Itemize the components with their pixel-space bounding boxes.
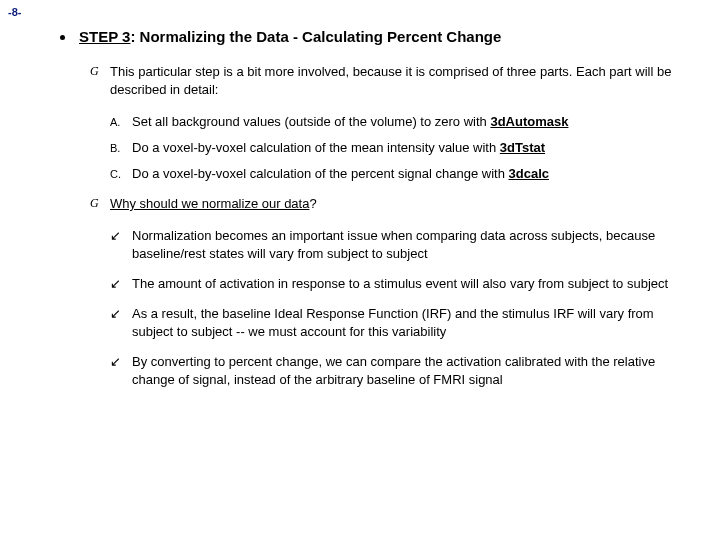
arrow-icon: ↙ [110, 275, 132, 293]
abc-body-c: Do a voxel-by-voxel calculation of the p… [132, 165, 680, 183]
why-heading-line: Why should we normalize our data? [110, 195, 680, 213]
why-question-mark: ? [309, 196, 316, 211]
arrow-icon: ↙ [110, 227, 132, 263]
intro-text: This particular step is a bit more invol… [110, 63, 680, 99]
arrow-item: ↙ As a result, the baseline Ideal Respon… [110, 305, 680, 341]
tool-calc: 3dcalc [509, 166, 549, 181]
arrow-item: ↙ The amount of activation in response t… [110, 275, 680, 293]
abc-list: A. Set all background values (outside of… [110, 113, 680, 183]
bullet-dot-icon [60, 35, 65, 40]
arrow-text: Normalization becomes an important issue… [132, 227, 680, 263]
cap-bullet-icon: G [90, 195, 110, 213]
slide-content: STEP 3: Normalizing the Data - Calculati… [0, 0, 720, 421]
intro-block: G This particular step is a bit more inv… [90, 63, 680, 183]
abc-label-b: B. [110, 139, 132, 157]
abc-label-c: C. [110, 165, 132, 183]
intro-bullet: G This particular step is a bit more inv… [90, 63, 680, 99]
abc-item-c: C. Do a voxel-by-voxel calculation of th… [110, 165, 680, 183]
arrow-text: By converting to percent change, we can … [132, 353, 680, 389]
tool-tstat: 3dTstat [500, 140, 545, 155]
cap-bullet-icon: G [90, 63, 110, 99]
step-heading: STEP 3: Normalizing the Data - Calculati… [60, 28, 680, 45]
abc-item-b: B. Do a voxel-by-voxel calculation of th… [110, 139, 680, 157]
why-bullet: G Why should we normalize our data? [90, 195, 680, 213]
why-heading: Why should we normalize our data [110, 196, 309, 211]
abc-body-a: Set all background values (outside of th… [132, 113, 680, 131]
arrow-item: ↙ By converting to percent change, we ca… [110, 353, 680, 389]
arrow-text: The amount of activation in response to … [132, 275, 680, 293]
arrow-text: As a result, the baseline Ideal Response… [132, 305, 680, 341]
arrow-icon: ↙ [110, 305, 132, 341]
abc-text-a: Set all background values (outside of th… [132, 114, 490, 129]
tool-automask: 3dAutomask [490, 114, 568, 129]
abc-label-a: A. [110, 113, 132, 131]
abc-text-c: Do a voxel-by-voxel calculation of the p… [132, 166, 509, 181]
page-number: -8- [8, 6, 21, 18]
why-block: G Why should we normalize our data? ↙ No… [90, 195, 680, 389]
heading-rest: : Normalizing the Data - Calculating Per… [130, 28, 501, 45]
arrow-list: ↙ Normalization becomes an important iss… [110, 227, 680, 389]
abc-item-a: A. Set all background values (outside of… [110, 113, 680, 131]
arrow-icon: ↙ [110, 353, 132, 389]
abc-text-b: Do a voxel-by-voxel calculation of the m… [132, 140, 500, 155]
step-label: STEP 3 [79, 28, 130, 45]
abc-body-b: Do a voxel-by-voxel calculation of the m… [132, 139, 680, 157]
arrow-item: ↙ Normalization becomes an important iss… [110, 227, 680, 263]
